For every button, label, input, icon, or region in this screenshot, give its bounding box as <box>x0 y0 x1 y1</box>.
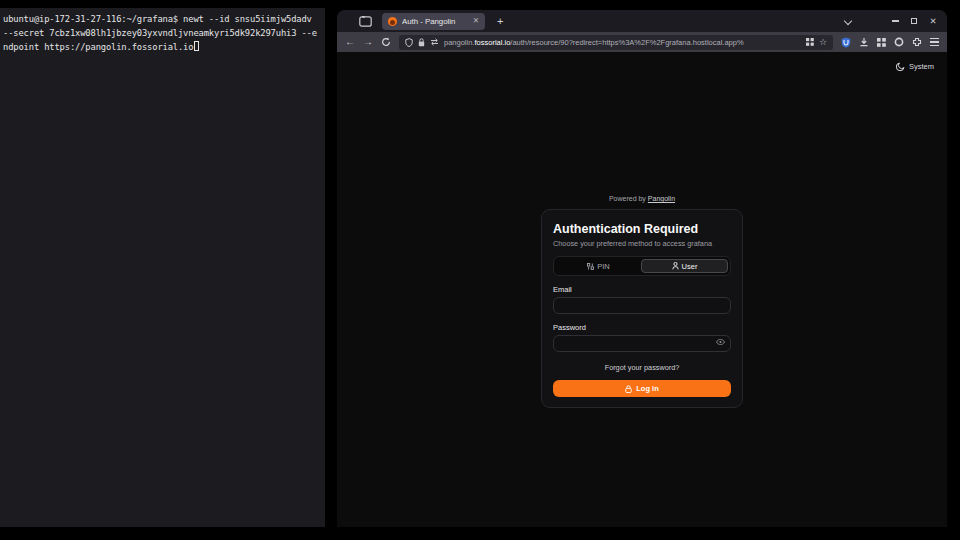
close-window-button[interactable]: ✕ <box>927 15 939 27</box>
terminal-cursor <box>194 41 199 51</box>
auth-method-tabs: PIN User <box>553 256 731 276</box>
card-subtitle: Choose your preferred method to access g… <box>553 239 731 248</box>
auth-page: System Powered by Pangolin Authenticatio… <box>337 52 947 527</box>
ublock-extension-icon[interactable] <box>841 37 851 48</box>
new-tab-button[interactable]: + <box>497 16 503 27</box>
adblock-circle-icon[interactable] <box>894 37 904 47</box>
theme-label: System <box>909 62 934 71</box>
https-lock-icon[interactable] <box>418 38 425 47</box>
browser-window: Auth - Pangolin ✕ + ✕ ← → pangolin.fosso… <box>337 10 947 527</box>
tab-title: Auth - Pangolin <box>402 17 468 26</box>
url-bar[interactable]: pangolin.fossorial.io/auth/resource/90?r… <box>399 35 833 50</box>
window-menu-chevron-icon[interactable] <box>845 18 852 25</box>
downloads-icon[interactable] <box>859 37 869 47</box>
tab-close-icon[interactable]: ✕ <box>473 17 479 25</box>
theme-toggle[interactable]: System <box>896 62 934 71</box>
menu-hamburger-icon[interactable] <box>930 38 939 46</box>
apps-grid-icon[interactable] <box>877 38 886 47</box>
forward-button[interactable]: → <box>363 37 373 47</box>
email-label: Email <box>553 285 731 294</box>
pangolin-link[interactable]: Pangolin <box>648 195 675 202</box>
firefox-view-icon[interactable] <box>359 16 372 27</box>
page-actions-grid-icon[interactable] <box>806 38 814 46</box>
password-label: Password <box>553 323 731 332</box>
terminal-line: --secret 7cbz1xw08lh1jbzey03yxvndljvneam… <box>3 26 322 40</box>
terminal-line: ubuntu@ip-172-31-27-116:~/grafana$ newt … <box>3 12 322 26</box>
navigation-toolbar: ← → pangolin.fossorial.io/auth/resource/… <box>337 32 947 52</box>
minimize-button[interactable] <box>889 15 901 27</box>
moon-icon <box>896 62 905 71</box>
email-field[interactable] <box>553 297 731 314</box>
show-password-eye-icon[interactable] <box>716 339 725 345</box>
lock-icon <box>625 385 632 393</box>
bookmark-star-icon[interactable]: ☆ <box>819 38 827 47</box>
user-icon <box>672 262 679 270</box>
back-button[interactable]: ← <box>345 37 355 47</box>
forgot-password-link[interactable]: Forgot your password? <box>553 363 731 372</box>
auth-card: Authentication Required Choose your pref… <box>541 209 743 408</box>
url-text[interactable]: pangolin.fossorial.io/auth/resource/90?r… <box>444 38 801 47</box>
reload-button[interactable] <box>381 37 391 47</box>
terminal-line: ndpoint https://pangolin.fossorial.io <box>3 40 322 54</box>
extensions-puzzle-icon[interactable] <box>912 37 922 47</box>
terminal-window[interactable]: ubuntu@ip-172-31-27-116:~/grafana$ newt … <box>0 8 325 527</box>
pangolin-favicon <box>388 17 397 26</box>
tab-pin[interactable]: PIN <box>556 259 641 273</box>
powered-by: Powered by Pangolin <box>541 195 743 202</box>
card-title: Authentication Required <box>553 222 731 236</box>
password-field[interactable] <box>553 335 731 352</box>
browser-tab[interactable]: Auth - Pangolin ✕ <box>382 13 485 30</box>
maximize-button[interactable] <box>908 15 920 27</box>
keypad-icon <box>587 263 594 270</box>
tracking-protection-shield-icon[interactable] <box>405 38 413 47</box>
permissions-switch-icon[interactable] <box>430 38 439 46</box>
tab-bar: Auth - Pangolin ✕ + ✕ <box>337 10 947 32</box>
tab-user[interactable]: User <box>641 259 728 273</box>
login-button[interactable]: Log in <box>553 380 731 397</box>
